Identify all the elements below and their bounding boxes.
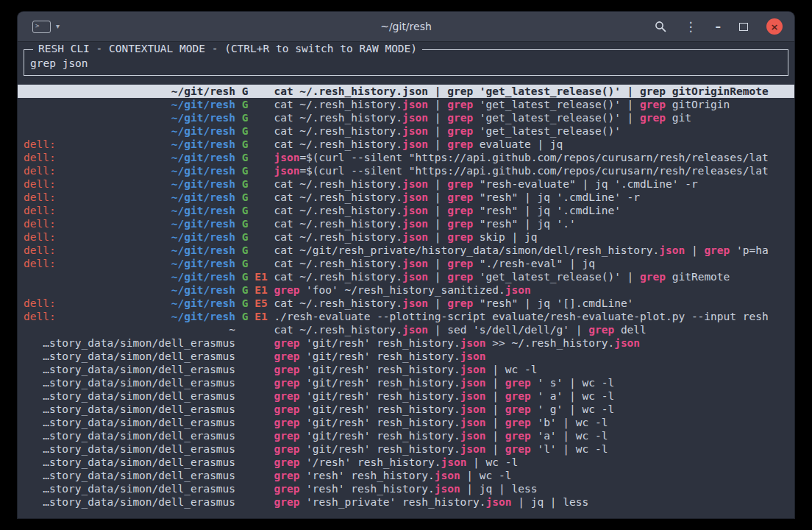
- command-text: cat ~/.resh_history.json | grep "resh" |…: [274, 191, 640, 203]
- directory-label: ~/git/resh: [24, 111, 235, 124]
- directory-label: ~/git/resh: [24, 283, 235, 297]
- history-row[interactable]: dell:~/git/resh Gjson=$(curl --silent "h…: [18, 151, 794, 164]
- command-text: cat ~/.resh_history.json | grep "./resh-…: [274, 258, 595, 269]
- history-row[interactable]: ~/git/resh Gcat ~/.resh_history.json | g…: [18, 98, 794, 111]
- command-text: cat ~/.resh_history.json | grep 'get_lat…: [274, 271, 730, 283]
- command-text: grep 'resh' resh_history.json | jq | les…: [274, 483, 537, 495]
- command-text: grep 'foo' ~/resh_history_sanitized.json: [274, 284, 530, 296]
- history-row[interactable]: ~/git/resh Gcat ~/.resh_history.json | g…: [18, 124, 794, 138]
- history-row[interactable]: dell:~/git/resh Gcat ~/git/resh_private/…: [18, 244, 794, 257]
- status-flags: G: [235, 191, 274, 204]
- titlebar-controls: ⋮ – ×: [655, 18, 795, 35]
- history-row[interactable]: ~/git/resh Gcat ~/.resh_history.json | g…: [18, 85, 794, 98]
- directory-label: …story_data/simon/dell_erasmus: [24, 442, 235, 456]
- search-icon: [655, 21, 666, 32]
- history-row[interactable]: …story_data/simon/dell_erasmusgrep 'git/…: [18, 416, 794, 429]
- close-button[interactable]: ×: [766, 18, 783, 35]
- status-flags: G: [235, 85, 274, 98]
- git-flag: G: [242, 244, 249, 256]
- close-icon: ×: [771, 22, 779, 32]
- directory-label: …story_data/simon/dell_erasmus: [24, 456, 235, 469]
- status-flags: G: [235, 244, 274, 257]
- command-text: grep 'resh_private' resh_history.json | …: [274, 496, 588, 508]
- search-button[interactable]: [655, 21, 666, 32]
- history-row[interactable]: dell:~/git/resh Gcat ~/.resh_history.jso…: [18, 204, 794, 217]
- history-row[interactable]: …story_data/simon/dell_erasmusgrep 'git/…: [18, 376, 794, 389]
- history-row[interactable]: dell:~/git/resh Gcat ~/.resh_history.jso…: [18, 257, 794, 270]
- search-query-input[interactable]: grep json: [30, 57, 782, 70]
- history-row[interactable]: dell:~/git/resh G E1./resh-evaluate --pl…: [18, 310, 794, 323]
- history-row[interactable]: ~/git/resh G E1grep 'foo' ~/resh_history…: [18, 283, 794, 297]
- history-row[interactable]: dell:~/git/resh Gcat ~/.resh_history.jso…: [18, 177, 794, 191]
- git-flag: G: [242, 205, 249, 216]
- directory-label: …story_data/simon/dell_erasmus: [24, 403, 235, 416]
- git-flag: G: [242, 191, 249, 203]
- screen: > ▾ ~/git/resh ⋮ –: [0, 0, 812, 530]
- host-label: dell:: [24, 191, 56, 204]
- command-text: ./resh-evaluate --plotting-script evalua…: [274, 311, 768, 322]
- new-tab-button[interactable]: > ▾: [28, 18, 64, 36]
- terminal-icon: >: [32, 21, 51, 33]
- history-row[interactable]: dell:~/git/resh Gcat ~/.resh_history.jso…: [18, 230, 794, 244]
- host-label: dell:: [24, 310, 56, 323]
- menu-button[interactable]: ⋮: [685, 21, 697, 33]
- directory-label: ~/git/resh: [24, 270, 235, 283]
- directory-label: …story_data/simon/dell_erasmus: [24, 469, 235, 482]
- history-row[interactable]: …story_data/simon/dell_erasmusgrep '/res…: [18, 456, 794, 469]
- history-row[interactable]: …story_data/simon/dell_erasmusgrep 'resh…: [18, 482, 794, 495]
- git-flag: G: [242, 125, 249, 137]
- status-flags: G E1: [235, 310, 274, 323]
- directory-label: …story_data/simon/dell_erasmus: [24, 429, 235, 442]
- directory-label: …story_data/simon/dell_erasmus: [24, 482, 235, 495]
- command-text: cat ~/.resh_history.json | grep "resh" |…: [274, 205, 620, 216]
- history-row[interactable]: …story_data/simon/dell_erasmusgrep 'git/…: [18, 350, 794, 363]
- command-text: grep 'git/resh' resh_history.json: [274, 350, 485, 362]
- history-row[interactable]: …story_data/simon/dell_erasmusgrep 'git/…: [18, 429, 794, 442]
- restore-button[interactable]: [739, 23, 748, 31]
- history-row[interactable]: ~/git/resh Gcat ~/.resh_history.json | g…: [18, 111, 794, 124]
- history-row[interactable]: …story_data/simon/dell_erasmusgrep 'git/…: [18, 442, 794, 456]
- history-row[interactable]: dell:~/git/resh Gcat ~/.resh_history.jso…: [18, 138, 794, 151]
- terminal-window: > ▾ ~/git/resh ⋮ –: [18, 12, 794, 518]
- history-row[interactable]: dell:~/git/resh Gjson=$(curl --silent "h…: [18, 164, 794, 177]
- directory-label: …story_data/simon/dell_erasmus: [24, 416, 235, 429]
- status-flags: G: [235, 257, 274, 270]
- history-row[interactable]: …story_data/simon/dell_erasmusgrep 'git/…: [18, 363, 794, 376]
- command-text: grep 'git/resh' resh_history.json | grep…: [274, 377, 614, 389]
- status-flags: G: [235, 151, 274, 164]
- git-flag: G: [242, 231, 249, 243]
- history-row[interactable]: …story_data/simon/dell_erasmusgrep 'git/…: [18, 336, 794, 350]
- command-text: grep '/resh' resh_history.json | wc -l: [274, 456, 518, 468]
- command-text: cat ~/.resh_history.json | grep evaluate…: [274, 138, 563, 150]
- history-row[interactable]: …story_data/simon/dell_erasmusgrep 'git/…: [18, 403, 794, 416]
- status-flags: G: [235, 164, 274, 177]
- history-row[interactable]: ~cat ~/.resh_history.json | sed 's/dell/…: [18, 323, 794, 336]
- history-row[interactable]: dell:~/git/resh Gcat ~/.resh_history.jso…: [18, 191, 794, 204]
- directory-label: …story_data/simon/dell_erasmus: [24, 389, 235, 403]
- status-flags: G E1: [235, 270, 274, 283]
- history-row[interactable]: ~/git/resh G E1cat ~/.resh_history.json …: [18, 270, 794, 283]
- minimize-button[interactable]: –: [716, 20, 722, 33]
- command-text: grep 'resh' resh_history.json | wc -l: [274, 470, 511, 481]
- history-row[interactable]: …story_data/simon/dell_erasmusgrep 'resh…: [18, 469, 794, 482]
- status-flags: G: [235, 204, 274, 217]
- command-text: json=$(curl --silent "https://api.github…: [274, 165, 768, 177]
- directory-label: …story_data/simon/dell_erasmus: [24, 495, 235, 509]
- directory-label: …story_data/simon/dell_erasmus: [24, 336, 235, 350]
- restore-icon: [739, 23, 748, 31]
- history-list: ~/git/resh Gcat ~/.resh_history.json | g…: [18, 85, 794, 509]
- exit-code-flag: E1: [254, 311, 267, 322]
- history-row[interactable]: dell:~/git/resh G E5cat ~/.resh_history.…: [18, 297, 794, 310]
- panel-title: RESH CLI - CONTEXTUAL MODE - (CTRL+R to …: [33, 43, 422, 54]
- history-row[interactable]: …story_data/simon/dell_erasmusgrep 'resh…: [18, 495, 794, 509]
- command-text: grep 'git/resh' resh_history.json >> ~/.…: [274, 337, 640, 349]
- command-text: grep 'git/resh' resh_history.json | grep…: [274, 403, 614, 415]
- host-label: dell:: [24, 257, 56, 270]
- command-text: cat ~/.resh_history.json | grep 'get_lat…: [274, 99, 730, 110]
- command-text: grep 'git/resh' resh_history.json | wc -…: [274, 364, 537, 375]
- command-text: cat ~/.resh_history.json | grep "resh-ev…: [274, 178, 697, 190]
- host-label: dell:: [24, 151, 56, 164]
- history-row[interactable]: dell:~/git/resh Gcat ~/.resh_history.jso…: [18, 217, 794, 230]
- command-text: grep 'git/resh' resh_history.json | grep…: [274, 390, 614, 402]
- history-row[interactable]: …story_data/simon/dell_erasmusgrep 'git/…: [18, 389, 794, 403]
